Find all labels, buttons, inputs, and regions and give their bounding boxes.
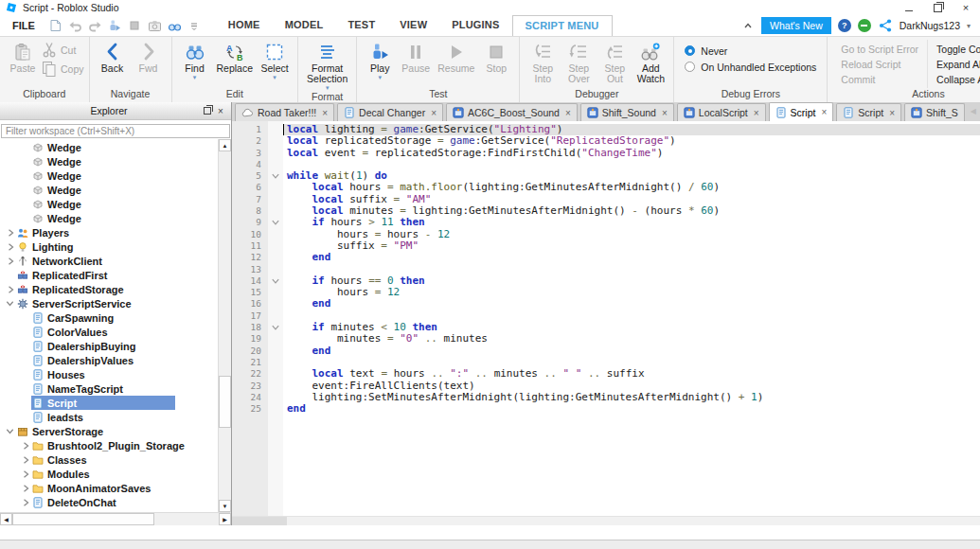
doc-tab-script[interactable]: Script× bbox=[769, 102, 834, 121]
chevron-down-icon[interactable] bbox=[5, 426, 15, 436]
redo-button[interactable] bbox=[87, 18, 103, 34]
expand-collapse-chevron[interactable] bbox=[4, 426, 16, 436]
expand-all-folds-button[interactable]: Expand All Folds bbox=[936, 58, 980, 73]
code-line-3[interactable]: local event = replicatedStorage:FindFirs… bbox=[283, 148, 980, 159]
code-line-25[interactable]: end bbox=[283, 403, 980, 415]
doc-tab-script[interactable]: Script× bbox=[836, 103, 901, 121]
menu-tab-plugins[interactable]: PLUGINS bbox=[439, 15, 511, 36]
close-tab-icon[interactable]: × bbox=[431, 108, 437, 118]
code-line-16[interactable]: end bbox=[283, 298, 980, 310]
tree-item-dealershipbuying[interactable]: DealershipBuying bbox=[0, 339, 219, 353]
dropdown-caret-icon[interactable]: ▾ bbox=[193, 74, 197, 80]
menu-tab-home[interactable]: HOME bbox=[216, 15, 273, 36]
scroll-left-button[interactable]: ◀ bbox=[0, 513, 12, 525]
scrollbar-thumb[interactable] bbox=[219, 376, 231, 428]
tab-scroll-left-button[interactable]: ◀ bbox=[971, 108, 976, 115]
expand--chevron[interactable] bbox=[4, 227, 16, 239]
explorer-close-button[interactable]: × bbox=[214, 106, 227, 116]
fold-chevron-icon[interactable] bbox=[271, 324, 280, 332]
undo-button[interactable] bbox=[67, 18, 83, 34]
expand--chevron[interactable] bbox=[19, 469, 31, 480]
whats-new-button[interactable]: What's New bbox=[761, 17, 831, 34]
code-line-12[interactable]: end bbox=[283, 252, 980, 263]
chevron-right-icon[interactable] bbox=[21, 497, 30, 508]
scrollbar-thumb[interactable] bbox=[12, 513, 154, 525]
find-button[interactable]: Find▾ bbox=[177, 40, 213, 80]
tree-item-wedge[interactable]: Wedge bbox=[0, 168, 219, 183]
scrollbar-thumb[interactable] bbox=[232, 517, 287, 525]
tree-item-nametagscript[interactable]: NameTagScript bbox=[0, 381, 219, 396]
find-small-button[interactable] bbox=[167, 18, 183, 34]
fold-toggle[interactable] bbox=[268, 275, 283, 287]
editor-horizontal-scrollbar[interactable] bbox=[232, 516, 980, 525]
tree-item-wedge[interactable]: Wedge bbox=[0, 183, 219, 197]
tree-item-moonanimatorsaves[interactable]: MoonAnimatorSaves bbox=[0, 481, 219, 495]
doc-tab-shift-sound[interactable]: Shift_Sound× bbox=[580, 103, 674, 121]
share-button[interactable] bbox=[878, 18, 893, 33]
back-button[interactable]: Back bbox=[95, 40, 131, 74]
expand--chevron[interactable] bbox=[4, 284, 16, 295]
username-label[interactable]: DarkNugs123 bbox=[900, 20, 960, 31]
replace-button[interactable]: ABReplace bbox=[213, 40, 258, 74]
chevron-right-icon[interactable] bbox=[6, 284, 15, 295]
fold-toggle[interactable] bbox=[268, 170, 283, 182]
tree-item-players[interactable]: Players bbox=[0, 225, 219, 239]
toggle-comment-button[interactable]: Toggle Comment bbox=[936, 43, 980, 58]
pause-button[interactable]: Pause bbox=[398, 40, 434, 74]
fold-chevron-icon[interactable] bbox=[271, 172, 280, 181]
scroll-down-button[interactable]: ▼ bbox=[219, 500, 231, 512]
tree-item-wedge[interactable]: Wedge bbox=[0, 154, 219, 168]
expand--chevron[interactable] bbox=[4, 241, 16, 253]
minimize-button[interactable] bbox=[895, 0, 923, 15]
code-line-15[interactable]: hours = 12 bbox=[283, 287, 980, 298]
tree-item-carspawning[interactable]: CarSpawning bbox=[0, 310, 219, 325]
fold-chevron-icon[interactable] bbox=[271, 219, 280, 227]
code-area[interactable]: local lighting = game:GetService("Lighti… bbox=[283, 121, 980, 516]
close-tab-icon[interactable]: × bbox=[662, 108, 668, 118]
tree-item-replicatedstorage[interactable]: ReplicatedStorage bbox=[0, 282, 219, 296]
screenshot-button[interactable] bbox=[147, 18, 163, 34]
tree-item-colorvalues[interactable]: ColorValues bbox=[0, 325, 219, 339]
tree-item-wedge[interactable]: Wedge bbox=[0, 211, 219, 225]
fwd-button[interactable]: Fwd bbox=[131, 40, 167, 74]
reload-script-button[interactable]: Reload Script bbox=[841, 58, 918, 73]
expand--chevron[interactable] bbox=[19, 483, 31, 494]
step-over-button[interactable]: StepOver bbox=[561, 40, 597, 84]
user-menu-caret-icon[interactable]: ▾ bbox=[967, 22, 971, 30]
stop-button[interactable]: Stop bbox=[478, 40, 514, 74]
help-button[interactable]: ? bbox=[838, 19, 851, 32]
explorer-vertical-scrollbar[interactable]: ▲ ▼ bbox=[218, 139, 231, 512]
tree-item-houses[interactable]: Houses bbox=[0, 367, 219, 381]
close-tab-icon[interactable]: × bbox=[889, 108, 895, 118]
step-out-button[interactable]: StepOut bbox=[597, 40, 633, 84]
doc-tab-localscript[interactable]: LocalScript× bbox=[677, 103, 766, 121]
chevron-right-icon[interactable] bbox=[21, 440, 30, 452]
chevron-right-icon[interactable] bbox=[6, 241, 15, 253]
radio-on-unhandled-exceptions[interactable]: On Unhandled Exceptions bbox=[685, 59, 816, 75]
tree-item-serverstorage[interactable]: ServerStorage bbox=[0, 424, 219, 438]
menu-tab-view[interactable]: VIEW bbox=[387, 15, 439, 36]
tree-item-replicatedfirst[interactable]: ReplicatedFirst bbox=[0, 268, 219, 282]
explorer-horizontal-scrollbar[interactable]: ◀ ▶ bbox=[0, 512, 231, 525]
scrollbar-track[interactable] bbox=[154, 513, 219, 525]
chevron-right-icon[interactable] bbox=[6, 256, 15, 267]
file-menu-button[interactable]: FILE bbox=[0, 20, 47, 31]
go-to-script-error-button[interactable]: Go to Script Error bbox=[841, 43, 918, 58]
resume-button[interactable]: Resume bbox=[434, 40, 478, 74]
tree-item-modules[interactable]: Modules bbox=[0, 467, 219, 481]
dropdown-caret-icon[interactable]: ▾ bbox=[378, 74, 382, 80]
paste-button[interactable]: Paste bbox=[5, 40, 41, 74]
doc-tab-decal-changer[interactable]: Decal Changer× bbox=[337, 103, 443, 121]
code-line-11[interactable]: suffix = "PM" bbox=[283, 240, 980, 252]
menu-tab-script-menu[interactable]: SCRIPT MENU bbox=[512, 15, 613, 36]
play-figure-button[interactable] bbox=[107, 18, 123, 34]
menu-tab-test[interactable]: TEST bbox=[335, 15, 387, 36]
tree-item-lighting[interactable]: Lighting bbox=[0, 239, 219, 254]
close-tab-icon[interactable]: × bbox=[322, 108, 328, 118]
fold-toggle[interactable] bbox=[268, 322, 283, 333]
tree-item-wedge[interactable]: Wedge bbox=[0, 140, 219, 154]
close-button[interactable]: × bbox=[952, 0, 980, 15]
play-button[interactable]: Play▾ bbox=[362, 40, 398, 80]
tree-item-classes[interactable]: Classes bbox=[0, 452, 219, 467]
tree-item-deleteonchat[interactable]: DeleteOnChat bbox=[0, 495, 219, 509]
